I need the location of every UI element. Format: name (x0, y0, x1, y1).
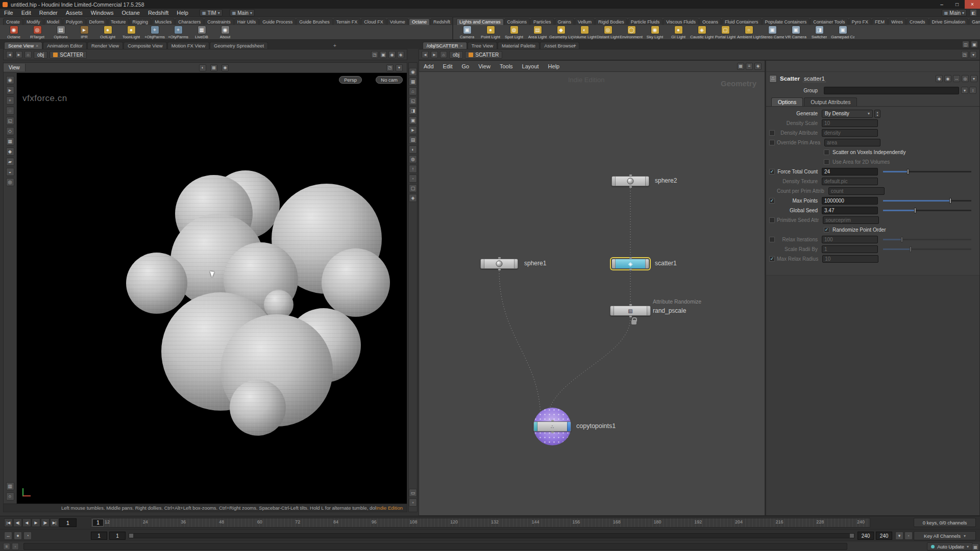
shelf-tab[interactable]: Drive Simulation (929, 18, 969, 25)
shelf-tab[interactable]: Collisions (504, 18, 530, 25)
shelf-tool-otyparms[interactable]: + +OtyParms (166, 26, 190, 39)
node-sphere1[interactable] (480, 259, 518, 269)
shelf-tab[interactable]: Redshift (430, 18, 452, 25)
param-value-field[interactable]: 1 (822, 245, 878, 253)
network-menu-item[interactable]: Edit (438, 63, 457, 69)
param-slider[interactable] (883, 200, 971, 202)
home-view-icon[interactable]: ⌂ (409, 87, 417, 95)
translate-tool-icon[interactable]: + (6, 96, 14, 105)
gear-icon[interactable]: ◉ (944, 75, 951, 82)
generate-dropdown[interactable]: By Density ▾ (822, 110, 873, 118)
view-tool-icon[interactable]: ◉ (6, 76, 14, 84)
realtime-toggle-icon[interactable]: ↔ (4, 532, 12, 540)
shading-mode-icon[interactable]: ◐ (409, 145, 417, 154)
group-dropdown-button[interactable]: ▾ (961, 87, 968, 94)
lock-camera-icon[interactable]: ◈ (409, 194, 417, 202)
select-visible-icon[interactable]: ◨ (409, 107, 417, 115)
shelf-tool-caustic-light[interactable]: ◈ Caustic Light (690, 26, 714, 39)
pane-split-icon[interactable]: ◫ (962, 41, 969, 48)
param-value-field[interactable]: 24 (822, 168, 878, 176)
shelf-tab[interactable]: Modify (23, 18, 43, 25)
node-sphere2[interactable] (611, 176, 649, 186)
wireframe-icon[interactable]: ◍ (409, 155, 417, 163)
maximize-button[interactable]: □ (949, 0, 965, 9)
shelf-tab[interactable]: Guide Process (259, 18, 296, 25)
menu-item[interactable]: Windows (87, 10, 118, 16)
param-value-field[interactable]: 10 (822, 255, 878, 263)
shelf-tab[interactable]: Rigging (130, 18, 152, 25)
pane-menu-icon[interactable]: ▾ (970, 51, 977, 58)
io-ports-icon[interactable]: ↔ (953, 75, 960, 82)
shelf-tab[interactable]: Lights and Cameras (456, 18, 504, 25)
pane-linked-icon[interactable]: ◳ (371, 51, 378, 58)
resolution-icon[interactable]: ▫ (409, 498, 417, 507)
shelf-tool-spot-light[interactable]: ◍ Spot Light (502, 26, 526, 39)
shelf-tool-area-light[interactable]: ▤ Area Light (526, 26, 549, 39)
home-icon[interactable]: ⌂ (440, 51, 447, 58)
shelf-tab[interactable]: Game Development Toolset (969, 18, 980, 25)
animation-options-icon[interactable]: ◔ (23, 532, 32, 540)
param-slider[interactable] (883, 171, 971, 172)
network-menu-item[interactable]: Help (544, 63, 565, 69)
shelf-tab[interactable]: Container Tools (810, 18, 848, 25)
shelf-tab[interactable]: Cloud FX (361, 18, 386, 25)
path-node[interactable]: SCATTER (50, 51, 87, 59)
range-start-handle[interactable] (129, 534, 133, 538)
snapshot-icon[interactable]: ▣ (409, 116, 417, 124)
snap-grid-icon[interactable]: ▦ (6, 137, 14, 145)
auto-key-icon[interactable]: ● (14, 532, 22, 540)
shelf-tab[interactable]: Constraints (204, 18, 234, 25)
pane-maximize-icon[interactable]: ▣ (971, 41, 978, 48)
grid-toggle-icon[interactable]: ▦ (210, 64, 217, 71)
dropdown-stepper[interactable]: ▴▾ (874, 110, 880, 118)
home-icon[interactable]: ⌂ (24, 51, 32, 58)
no-cam-button[interactable]: No cam (376, 76, 403, 84)
snapshot-icon[interactable]: ▣ (380, 51, 387, 58)
param-slider[interactable] (883, 248, 971, 250)
pane-tab[interactable]: Scene View× (4, 42, 42, 49)
shelf-tool-options[interactable]: ▤ Options (49, 26, 72, 39)
shelf-tool-gi-light[interactable]: ● GI Light (667, 26, 690, 39)
slider-handle[interactable] (914, 208, 916, 213)
play-reverse-button[interactable]: ◀ (22, 518, 31, 527)
node-rand-pscale[interactable]: ▧ (610, 306, 651, 316)
shelf-tab[interactable]: Populate Containers (762, 18, 810, 25)
shelf-tab[interactable]: Volume (387, 18, 408, 25)
shelf-tool-volume-light[interactable]: ◐ Volume Light (573, 26, 596, 39)
window-layout-icon[interactable]: ◧ (970, 9, 977, 16)
frame-all-icon[interactable]: ◱ (409, 97, 417, 105)
param-enable-checkbox[interactable]: ✓ (769, 256, 775, 262)
network-menu-item[interactable]: Add (419, 63, 438, 69)
flipbook-icon[interactable]: ► (409, 126, 417, 134)
hud-icon[interactable]: ▭ (409, 489, 417, 497)
network-menu-item[interactable]: Layout (518, 63, 544, 69)
shelf-tool-toonlight[interactable]: ● ToonLight (119, 26, 143, 39)
shelf-tool-geometry-light[interactable]: ◆ Geometry Light (549, 26, 573, 39)
shelf-tool-distant-light[interactable]: ◎ Distant Light (596, 26, 620, 39)
network-menu-item[interactable]: Tools (495, 63, 518, 69)
shelf-tab[interactable]: Model (44, 18, 63, 25)
favorites-icon[interactable]: ◆ (936, 75, 943, 82)
shelf-tool-livedb[interactable]: ▦ LiveDB (190, 26, 213, 39)
shelf-tool-octlight[interactable]: ● OctLight (96, 26, 119, 39)
minimize-button[interactable]: – (934, 0, 949, 9)
shelf-tab[interactable]: Fluid Containers (722, 18, 762, 25)
key-all-channels-button[interactable]: Key All Channels▾ (914, 531, 976, 540)
shelf-tab[interactable]: Viscous Fluids (663, 18, 699, 25)
camera-preview-icon[interactable]: ◉ (222, 64, 229, 71)
view-menu-tab[interactable]: View (4, 64, 26, 71)
parameter-folder-tab[interactable]: Output Attributes (804, 97, 857, 106)
shelf-tool-portal-light[interactable]: ▢ Portal Light (714, 26, 737, 39)
shelf-tab[interactable]: Grains (555, 18, 575, 25)
pane-layout-icon[interactable]: ▦ (409, 78, 417, 86)
normals-icon[interactable]: ↑ (409, 165, 417, 173)
pane-tab[interactable]: Render View× (87, 42, 123, 49)
parameter-folder-tab[interactable]: Options (771, 97, 803, 106)
select-tool-icon[interactable]: ► (6, 86, 14, 94)
prev-key-button[interactable]: ◀| (13, 518, 22, 527)
desktop-combo-main[interactable]: ▦ Main ▾ (230, 9, 255, 16)
menu-item[interactable]: Octane (117, 10, 143, 16)
network-menu-item[interactable]: Go (457, 63, 474, 69)
shelf-tool-objparms[interactable]: + +ObjParms (143, 26, 166, 39)
param-value-field[interactable]: sourceprim (823, 216, 879, 224)
